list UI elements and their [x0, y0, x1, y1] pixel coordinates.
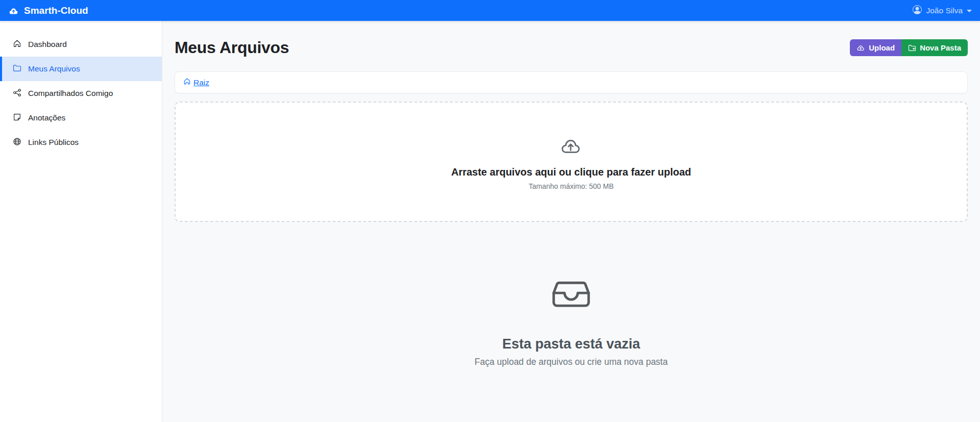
page-title: Meus Arquivos — [175, 38, 289, 57]
note-icon — [13, 113, 21, 123]
upload-button[interactable]: Upload — [850, 39, 901, 56]
cloud-arrow-up-icon — [559, 134, 583, 159]
sidebar: Dashboard Meus Arquivos Compartilhados C… — [0, 21, 162, 422]
sidebar-item-compartilhados[interactable]: Compartilhados Comigo — [0, 81, 162, 106]
sidebar-item-anotacoes[interactable]: Anotações — [0, 106, 162, 130]
user-menu[interactable]: João Silva — [913, 5, 972, 16]
top-navbar: Smarth-Cloud João Silva — [0, 0, 980, 21]
breadcrumb-root-label: Raiz — [193, 78, 209, 87]
empty-state-subtitle: Faça upload de arquivos ou crie uma nova… — [475, 357, 668, 367]
globe-icon — [13, 137, 21, 148]
sidebar-item-label: Links Públicos — [28, 138, 79, 147]
header-actions: Upload Nova Pasta — [850, 39, 968, 56]
cloud-upload-icon — [8, 5, 19, 16]
share-icon — [13, 88, 21, 99]
empty-state-title: Esta pasta está vazia — [502, 336, 640, 352]
sidebar-item-label: Dashboard — [28, 40, 67, 49]
sidebar-item-links-publicos[interactable]: Links Públicos — [0, 130, 162, 155]
new-folder-button-label: Nova Pasta — [920, 43, 961, 52]
cloud-arrow-up-icon — [856, 43, 865, 52]
dropzone-subtitle: Tamanho máximo: 500 MB — [529, 182, 614, 190]
person-circle-icon — [913, 5, 922, 16]
sidebar-item-meus-arquivos[interactable]: Meus Arquivos — [0, 57, 162, 81]
house-icon — [13, 39, 21, 50]
user-name: João Silva — [926, 6, 963, 15]
empty-state: Esta pasta está vazia Faça upload de arq… — [175, 275, 968, 367]
caret-down-icon — [967, 10, 972, 12]
sidebar-item-label: Compartilhados Comigo — [28, 89, 113, 98]
sidebar-item-label: Anotações — [28, 113, 65, 122]
new-folder-button[interactable]: Nova Pasta — [901, 39, 968, 56]
upload-button-label: Upload — [869, 43, 895, 52]
sidebar-item-dashboard[interactable]: Dashboard — [0, 32, 162, 57]
house-icon — [183, 78, 191, 87]
inbox-icon — [550, 275, 593, 315]
main-content: Meus Arquivos Upload — [162, 21, 980, 422]
breadcrumb: Raiz — [175, 71, 968, 93]
brand[interactable]: Smarth-Cloud — [8, 5, 88, 16]
dropzone-title: Arraste arquivos aqui ou clique para faz… — [451, 166, 691, 178]
folder-icon — [13, 64, 21, 75]
breadcrumb-root-link[interactable]: Raiz — [183, 78, 209, 87]
sidebar-item-label: Meus Arquivos — [28, 64, 80, 73]
brand-label: Smarth-Cloud — [24, 5, 88, 16]
upload-dropzone[interactable]: Arraste arquivos aqui ou clique para faz… — [175, 102, 968, 222]
page-header: Meus Arquivos Upload — [175, 38, 968, 57]
folder-plus-icon — [908, 44, 916, 52]
